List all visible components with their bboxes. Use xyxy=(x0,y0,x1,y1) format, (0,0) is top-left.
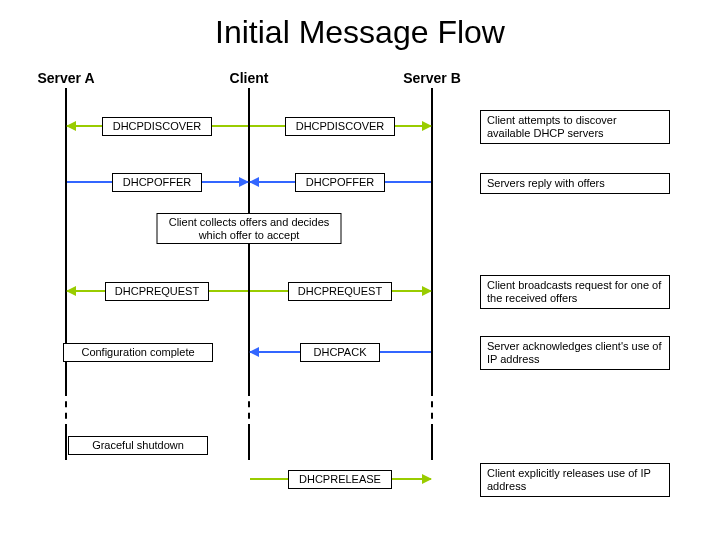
note-request: Client broadcasts request for one of the… xyxy=(480,275,670,309)
msg-request-a: DHCPREQUEST xyxy=(105,282,209,301)
lifeline-client-tail xyxy=(248,430,250,460)
msg-offer-b: DHCPOFFER xyxy=(295,173,385,192)
box-graceful-shutdown: Graceful shutdown xyxy=(68,436,208,455)
actor-client: Client xyxy=(230,70,269,86)
lifeline-server-b-tail xyxy=(431,430,433,460)
msg-offer-a: DHCPOFFER xyxy=(112,173,202,192)
note-offer: Servers reply with offers xyxy=(480,173,670,194)
msg-request-b: DHCPREQUEST xyxy=(288,282,392,301)
box-collect: Client collects offers and decides which… xyxy=(157,213,342,244)
lifeline-server-a-tail xyxy=(65,430,67,460)
note-ack: Server acknowledges client's use of IP a… xyxy=(480,336,670,370)
msg-discover-b: DHCPDISCOVER xyxy=(285,117,395,136)
msg-release: DHCPRELEASE xyxy=(288,470,392,489)
note-release: Client explicitly releases use of IP add… xyxy=(480,463,670,497)
actor-server-a: Server A xyxy=(37,70,94,86)
diagram-title: Initial Message Flow xyxy=(0,14,720,51)
actor-server-b: Server B xyxy=(403,70,461,86)
msg-discover-a: DHCPDISCOVER xyxy=(102,117,212,136)
note-discover: Client attempts to discover available DH… xyxy=(480,110,670,144)
lifeline-server-b xyxy=(431,88,433,390)
msg-ack: DHCPACK xyxy=(300,343,380,362)
box-config-complete: Configuration complete xyxy=(63,343,213,362)
